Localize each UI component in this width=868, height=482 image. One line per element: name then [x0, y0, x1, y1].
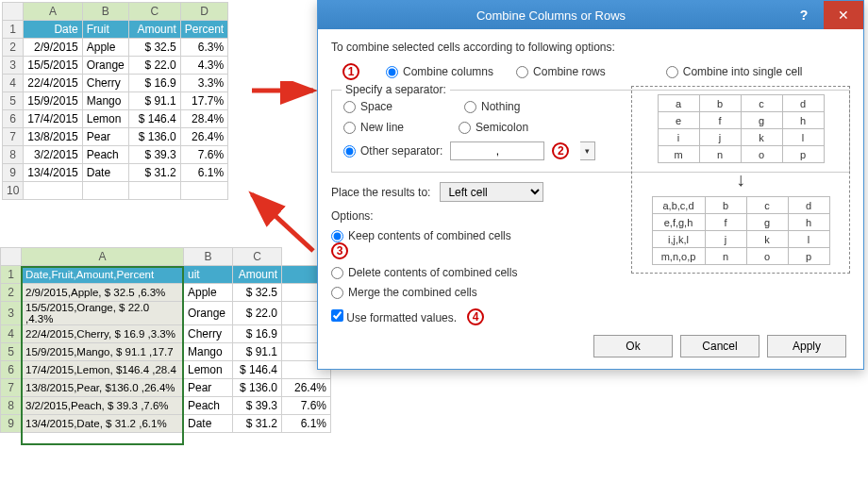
radio-opt-merge[interactable]: Merge the combined cells [331, 286, 850, 299]
ok-button[interactable]: Ok [593, 335, 673, 357]
help-button[interactable]: ? [784, 1, 824, 29]
row-header[interactable]: 2 [3, 39, 24, 57]
cell[interactable]: Lemon [82, 110, 128, 128]
cell[interactable]: Pear [82, 128, 128, 146]
cell[interactable]: 26.4% [180, 128, 227, 146]
cell[interactable]: $ 22.0 [128, 57, 180, 75]
cell[interactable]: uit [184, 266, 233, 284]
row-header[interactable]: 2 [1, 284, 22, 302]
cell[interactable]: 17/4/2015,Lemon, $146.4 ,28.4 [22, 361, 184, 379]
cell[interactable]: $ 31.2 [128, 164, 180, 182]
row-header[interactable]: 8 [3, 146, 24, 164]
radio-combine-rows[interactable]: Combine rows [516, 65, 606, 78]
cell[interactable] [82, 182, 128, 200]
cell[interactable]: $ 136.0 [128, 128, 180, 146]
cell[interactable]: 13/8/2015,Pear, $136.0 ,26.4% [22, 379, 184, 397]
cell[interactable]: Peach [82, 146, 128, 164]
row-header[interactable]: 4 [3, 75, 24, 92]
cell[interactable]: Cherry [184, 325, 233, 343]
separator-dropdown-icon[interactable]: ▾ [580, 141, 595, 160]
cell[interactable]: Mango [82, 92, 128, 110]
cell[interactable]: 3/2/2015,Peach, $ 39.3 ,7.6% [22, 397, 184, 415]
cell[interactable]: Orange [184, 302, 233, 325]
cell[interactable]: 28.4% [180, 110, 227, 128]
row-header[interactable]: 5 [3, 92, 24, 110]
cell[interactable]: $ 31.2 [233, 415, 282, 433]
row-header[interactable]: 1 [3, 21, 24, 39]
dialog-titlebar[interactable]: Combine Columns or Rows ? ✕ [318, 1, 863, 29]
cell[interactable]: Amount [128, 21, 180, 39]
col-header[interactable]: D [180, 3, 227, 21]
col-header[interactable]: B [184, 248, 233, 266]
cell[interactable]: $ 91.1 [128, 92, 180, 110]
cell[interactable]: Fruit [82, 21, 128, 39]
cell[interactable]: 2/9/2015 [24, 39, 82, 57]
cell[interactable]: Cherry [82, 75, 128, 92]
col-header[interactable]: B [82, 3, 128, 21]
row-header[interactable]: 8 [1, 397, 22, 415]
cell[interactable]: $ 32.5 [128, 39, 180, 57]
cell[interactable]: $ 32.5 [233, 284, 282, 302]
col-header[interactable]: A [24, 3, 82, 21]
cell[interactable]: Peach [184, 397, 233, 415]
cell[interactable]: $ 22.0 [233, 302, 282, 325]
row-header[interactable]: 9 [1, 415, 22, 433]
cell[interactable]: 6.1% [282, 415, 331, 433]
row-header[interactable]: 7 [3, 128, 24, 146]
apply-button[interactable]: Apply [767, 335, 846, 357]
checkbox-use-formatted[interactable]: Use formatted values. [331, 309, 457, 324]
row-header[interactable]: 1 [1, 266, 22, 284]
cell[interactable]: 4.3% [180, 57, 227, 75]
place-select[interactable]: Left cell [440, 182, 543, 202]
cell[interactable]: 15/9/2015 [24, 92, 82, 110]
cell[interactable]: Pear [184, 379, 233, 397]
row-header[interactable]: 7 [1, 379, 22, 397]
cell[interactable]: Date [24, 21, 82, 39]
row-header[interactable]: 6 [1, 361, 22, 379]
radio-combine-single[interactable]: Combine into single cell [666, 65, 803, 78]
cell[interactable]: 22/4/2015 [24, 75, 82, 92]
cell[interactable]: 6.3% [180, 39, 227, 57]
cell[interactable]: $ 146.4 [233, 361, 282, 379]
cell[interactable]: 26.4% [282, 379, 331, 397]
col-header[interactable]: C [128, 3, 180, 21]
row-header[interactable]: 3 [1, 302, 22, 325]
cell[interactable]: Date,Fruit,Amount,Percent [22, 266, 184, 284]
row-header[interactable]: 6 [3, 110, 24, 128]
radio-sep-newline[interactable]: New line [343, 121, 404, 134]
cell[interactable]: 7.6% [180, 146, 227, 164]
cell[interactable]: 15/5/2015,Orange, $ 22.0 ,4.3% [22, 302, 184, 325]
radio-sep-space[interactable]: Space [343, 100, 392, 113]
cell[interactable]: 13/8/2015 [24, 128, 82, 146]
cell[interactable]: Mango [184, 343, 233, 361]
close-button[interactable]: ✕ [824, 1, 863, 29]
cell[interactable]: Orange [82, 57, 128, 75]
cell[interactable]: 17.7% [180, 92, 227, 110]
cell[interactable]: $ 39.3 [128, 146, 180, 164]
cell[interactable] [128, 182, 180, 200]
radio-combine-columns[interactable]: Combine columns [386, 65, 493, 78]
cell[interactable] [180, 182, 227, 200]
cell[interactable]: 15/5/2015 [24, 57, 82, 75]
radio-sep-other[interactable]: Other separator: [343, 144, 442, 158]
radio-sep-nothing[interactable]: Nothing [464, 100, 520, 113]
cell[interactable]: 15/9/2015,Mango, $ 91.1 ,17.7 [22, 343, 184, 361]
cell[interactable]: Date [82, 164, 128, 182]
cell[interactable]: Percent [180, 21, 227, 39]
cell[interactable]: Lemon [184, 361, 233, 379]
row-header[interactable]: 10 [3, 182, 24, 200]
cell[interactable]: $ 91.1 [233, 343, 282, 361]
row-header[interactable]: 4 [1, 325, 22, 343]
other-separator-input[interactable] [450, 141, 544, 160]
row-header[interactable]: 5 [1, 343, 22, 361]
cell[interactable]: 22/4/2015,Cherry, $ 16.9 ,3.3% [22, 325, 184, 343]
cell[interactable]: $ 39.3 [233, 397, 282, 415]
cell[interactable]: $ 136.0 [233, 379, 282, 397]
cell[interactable]: 13/4/2015,Date, $ 31.2 ,6.1% [22, 415, 184, 433]
cell[interactable]: $ 146.4 [128, 110, 180, 128]
radio-sep-semicolon[interactable]: Semicolon [459, 121, 528, 134]
cell[interactable]: 6.1% [180, 164, 227, 182]
cell[interactable]: Date [184, 415, 233, 433]
cell[interactable] [24, 182, 82, 200]
cell[interactable]: 3/2/2015 [24, 146, 82, 164]
